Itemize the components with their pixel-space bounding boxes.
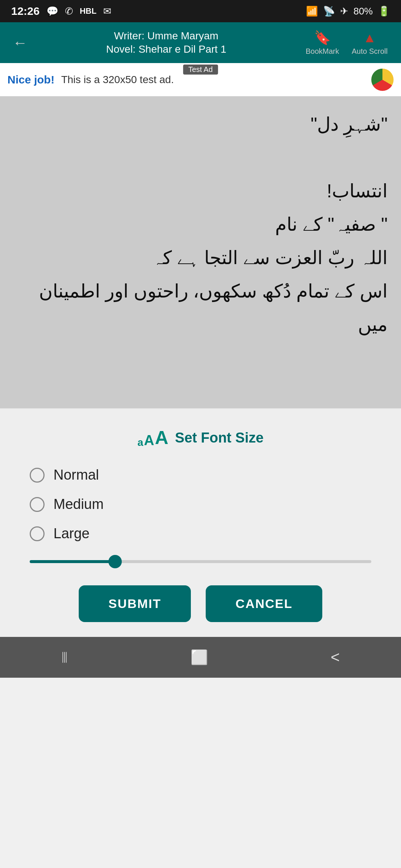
font-size-radio-group: Normal Medium Large bbox=[22, 467, 379, 542]
bottom-nav bbox=[0, 637, 401, 678]
font-size-icon: a A A bbox=[137, 427, 168, 448]
radio-large[interactable]: Large bbox=[30, 526, 379, 542]
radio-label-medium: Medium bbox=[53, 496, 104, 512]
home-icon bbox=[190, 649, 208, 665]
slider-fill bbox=[30, 560, 115, 563]
autoscroll-label: Auto Scroll bbox=[352, 47, 388, 56]
ad-banner: Test Ad Nice job! This is a 320x50 test … bbox=[0, 63, 401, 96]
ad-tag-label: Test Ad bbox=[183, 65, 218, 75]
hbl-icon: HBL bbox=[80, 6, 97, 16]
radio-circle-normal bbox=[30, 468, 45, 483]
recent-apps-icon bbox=[61, 648, 68, 666]
font-icon-a-large: A bbox=[155, 427, 168, 448]
ad-text: This is a 320x50 test ad. bbox=[61, 74, 365, 86]
bookmark-label: BookMark bbox=[306, 47, 339, 56]
toolbar-actions: 🔖 BookMark ▲ Auto Scroll bbox=[301, 28, 392, 58]
font-icon-a-med: A bbox=[144, 433, 154, 448]
ad-logo bbox=[371, 69, 394, 91]
recent-apps-button[interactable] bbox=[46, 641, 83, 674]
battery-icon: 🔋 bbox=[378, 6, 390, 17]
ad-nice-label: Nice job! bbox=[7, 73, 55, 86]
radio-circle-large bbox=[30, 526, 45, 541]
bookmark-icon: 🔖 bbox=[314, 30, 331, 46]
toolbar-title-block: Writer: Umme Maryam Novel: Shehar e Dil … bbox=[37, 29, 295, 56]
slider-track[interactable] bbox=[30, 560, 371, 563]
status-bar: 12:26 💬 ✆ HBL ✉ 📶 📡 ✈ 80% 🔋 bbox=[0, 0, 401, 22]
font-size-dialog: a A A Set Font Size Normal Medium Large … bbox=[0, 408, 401, 637]
cancel-button[interactable]: CANCEL bbox=[206, 585, 322, 622]
whatsapp-icon: 💬 bbox=[46, 6, 58, 17]
radio-circle-medium bbox=[30, 497, 45, 512]
radio-normal[interactable]: Normal bbox=[30, 467, 379, 483]
radio-label-normal: Normal bbox=[53, 467, 99, 483]
submit-button[interactable]: SUBMIT bbox=[79, 585, 191, 622]
signal-icon: 📡 bbox=[323, 6, 335, 17]
content-overlay bbox=[0, 96, 401, 408]
toolbar-novel: Novel: Shehar e Dil Part 1 bbox=[37, 43, 295, 56]
novel-content: "شہرِ دل" انتساب! " صفیہ" کے نام اللہ رب… bbox=[0, 96, 401, 408]
font-icon-a-small: a bbox=[137, 437, 143, 448]
toolbar-writer: Writer: Umme Maryam bbox=[37, 29, 295, 43]
dialog-buttons: SUBMIT CANCEL bbox=[22, 585, 379, 622]
status-left: 12:26 💬 ✆ HBL ✉ bbox=[11, 5, 111, 17]
status-time: 12:26 bbox=[11, 5, 40, 17]
airplane-icon: ✈ bbox=[340, 6, 348, 17]
font-size-slider-container bbox=[22, 560, 379, 563]
radio-label-large: Large bbox=[53, 526, 89, 542]
wifi-icon: 📶 bbox=[306, 6, 318, 17]
back-nav-button[interactable] bbox=[316, 641, 355, 674]
radio-medium[interactable]: Medium bbox=[30, 496, 379, 512]
battery-level: 80% bbox=[353, 6, 373, 17]
gmail-icon: ✉ bbox=[103, 6, 111, 17]
autoscroll-icon: ▲ bbox=[363, 30, 376, 46]
bookmark-button[interactable]: 🔖 BookMark bbox=[301, 28, 343, 58]
toolbar: ← Writer: Umme Maryam Novel: Shehar e Di… bbox=[0, 22, 401, 63]
home-button[interactable] bbox=[176, 642, 223, 673]
back-button[interactable]: ← bbox=[9, 31, 31, 55]
back-nav-icon bbox=[330, 648, 340, 666]
call-icon: ✆ bbox=[65, 6, 73, 17]
slider-thumb[interactable] bbox=[108, 555, 122, 568]
status-right: 📶 📡 ✈ 80% 🔋 bbox=[306, 6, 390, 17]
dialog-title: Set Font Size bbox=[175, 430, 264, 446]
autoscroll-button[interactable]: ▲ Auto Scroll bbox=[347, 28, 392, 58]
dialog-title-row: a A A Set Font Size bbox=[22, 427, 379, 448]
